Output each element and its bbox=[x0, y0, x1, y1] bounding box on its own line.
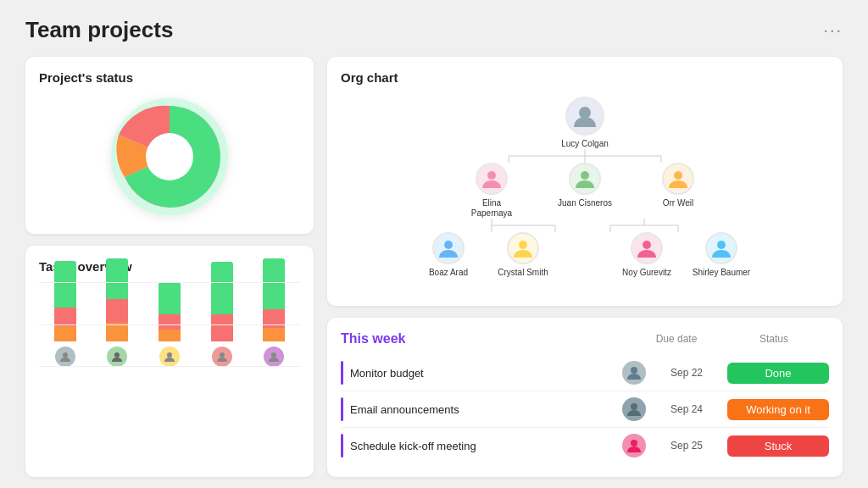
org-avatar-l3-2 bbox=[507, 232, 539, 264]
org-node-l2-3: Orr Weil bbox=[644, 163, 712, 219]
bar-avatar-3 bbox=[159, 347, 180, 367]
svg-point-26 bbox=[643, 241, 651, 249]
task-avatar-2 bbox=[622, 397, 646, 421]
svg-point-14 bbox=[581, 171, 589, 180]
this-week-title: This week bbox=[341, 331, 405, 347]
svg-point-5 bbox=[220, 352, 225, 358]
bar-avatar-1 bbox=[55, 347, 75, 367]
org-lines-svg-1 bbox=[441, 149, 729, 163]
col-header-status: Status bbox=[719, 333, 829, 345]
org-name-l3-1: Boaz Arad bbox=[429, 268, 468, 278]
org-avatar-l2-2 bbox=[569, 163, 601, 195]
org-node-l3-1: Boaz Arad bbox=[419, 232, 478, 278]
org-level-3: Boaz Arad Crystal Smith bbox=[419, 232, 751, 278]
task-name-2: Email announcements bbox=[350, 403, 615, 416]
svg-point-27 bbox=[717, 241, 726, 249]
org-name-l3-2: Crystal Smith bbox=[498, 268, 548, 278]
task-name-1: Monitor budget bbox=[350, 367, 615, 380]
task-row-1: Monitor budget Sep 22 Done bbox=[341, 355, 829, 391]
bar-group-1 bbox=[46, 261, 85, 367]
this-week-col-headers: Due date Status bbox=[634, 333, 829, 345]
task-status-1: Done bbox=[727, 363, 829, 384]
bar-avatar-2 bbox=[107, 347, 127, 367]
svg-point-30 bbox=[631, 440, 637, 446]
org-avatar-l3-4 bbox=[705, 232, 737, 264]
page-title: Team projects bbox=[25, 17, 173, 43]
org-chart-title: Org chart bbox=[341, 70, 829, 85]
col-header-due: Due date bbox=[634, 333, 719, 345]
org-node-root: Lucy Colgan bbox=[561, 97, 609, 149]
task-border-2 bbox=[341, 397, 343, 421]
org-level-2: Elina Papernaya Juan Cisneros bbox=[458, 163, 712, 219]
page-container: Team projects ··· Project's status bbox=[0, 0, 868, 488]
left-column: Project's status bbox=[25, 57, 314, 477]
svg-point-4 bbox=[167, 352, 172, 358]
task-status-2: Working on it bbox=[727, 399, 829, 420]
task-avatar-3 bbox=[622, 434, 646, 458]
org-node-l3-4: Shirley Baumer bbox=[692, 232, 751, 278]
org-connector-2 bbox=[341, 219, 829, 232]
svg-point-25 bbox=[519, 241, 527, 249]
project-status-title: Project's status bbox=[39, 70, 300, 85]
org-name-l2-3: Orr Weil bbox=[663, 198, 693, 208]
svg-point-29 bbox=[631, 403, 637, 410]
task-due-2: Sep 24 bbox=[653, 403, 721, 415]
bar-group-2 bbox=[98, 258, 137, 367]
task-due-3: Sep 25 bbox=[653, 440, 721, 452]
org-name-l3-3: Noy Gurevitz bbox=[622, 268, 671, 278]
task-border-1 bbox=[341, 361, 343, 385]
svg-point-6 bbox=[271, 352, 276, 358]
org-spacer bbox=[568, 232, 602, 278]
svg-point-3 bbox=[114, 352, 120, 358]
svg-point-15 bbox=[674, 171, 682, 180]
bar-chart bbox=[39, 282, 300, 367]
org-node-l3-3: Noy Gurevitz bbox=[617, 232, 676, 278]
bar-avatar-4 bbox=[212, 347, 232, 367]
org-lines-svg-2 bbox=[424, 219, 746, 232]
org-chart: Lucy Colgan bbox=[341, 93, 829, 281]
svg-point-28 bbox=[631, 367, 637, 374]
org-node-l2-2: Juan Cisneros bbox=[551, 163, 619, 219]
page-header: Team projects ··· bbox=[25, 17, 843, 43]
task-name-3: Schedule kick-off meeting bbox=[350, 440, 615, 452]
org-name-l2-2: Juan Cisneros bbox=[558, 198, 612, 208]
pie-chart-container bbox=[39, 93, 300, 220]
tasks-overview-card: Tasks overview bbox=[25, 246, 314, 477]
project-status-card: Project's status bbox=[25, 57, 314, 234]
task-row-3: Schedule kick-off meeting Sep 25 Stuck bbox=[341, 428, 829, 463]
org-avatar-l2-1 bbox=[476, 163, 508, 195]
task-row-2: Email announcements Sep 24 Working on it bbox=[341, 391, 829, 428]
svg-point-24 bbox=[444, 241, 453, 249]
svg-point-2 bbox=[63, 352, 68, 358]
this-week-card: This week Due date Status Monitor budget… bbox=[327, 318, 843, 477]
svg-point-13 bbox=[487, 171, 496, 180]
task-border-3 bbox=[341, 434, 343, 458]
pie-chart bbox=[106, 93, 233, 220]
bar-group-3 bbox=[150, 282, 189, 367]
org-level-root: Lucy Colgan bbox=[561, 97, 609, 149]
bar-group-5 bbox=[254, 258, 293, 367]
org-avatar-l2-3 bbox=[662, 163, 694, 195]
org-node-l3-2: Crystal Smith bbox=[493, 232, 553, 278]
org-avatar-l3-3 bbox=[631, 232, 663, 264]
org-node-l2-1: Elina Papernaya bbox=[458, 163, 526, 219]
org-avatar-root bbox=[565, 97, 604, 136]
task-due-1: Sep 22 bbox=[653, 367, 721, 379]
org-avatar-l3-1 bbox=[432, 232, 465, 264]
svg-point-1 bbox=[146, 133, 193, 180]
bar-avatar-5 bbox=[264, 347, 284, 367]
right-column: Org chart Lucy Colgan bbox=[327, 57, 843, 477]
org-chart-card: Org chart Lucy Colgan bbox=[327, 57, 843, 306]
more-options-icon[interactable]: ··· bbox=[823, 20, 843, 40]
task-avatar-1 bbox=[622, 361, 646, 385]
task-status-3: Stuck bbox=[727, 435, 829, 457]
this-week-header: This week Due date Status bbox=[341, 331, 829, 347]
org-name-root: Lucy Colgan bbox=[561, 139, 609, 149]
org-name-l2-1: Elina Papernaya bbox=[462, 198, 521, 219]
svg-point-7 bbox=[579, 107, 591, 119]
org-name-l3-4: Shirley Baumer bbox=[693, 268, 750, 278]
org-connector-1 bbox=[341, 149, 829, 163]
main-grid: Project's status bbox=[25, 57, 843, 477]
bar-group-4 bbox=[203, 262, 242, 367]
